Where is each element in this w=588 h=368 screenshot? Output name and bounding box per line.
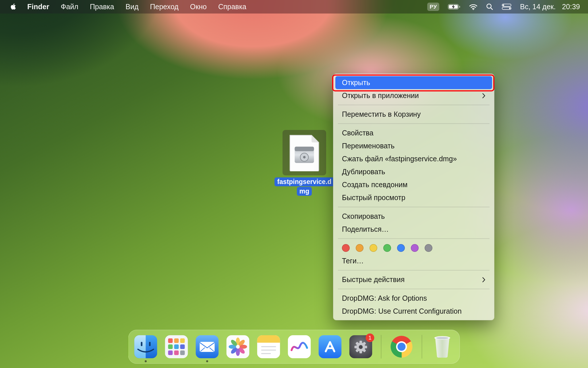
menu-item-duplicate[interactable]: Дублировать <box>333 165 494 178</box>
file-name-line-2: mg <box>297 187 312 196</box>
app-store-icon <box>319 335 342 358</box>
menu-bar-left: Finder Файл Правка Вид Переход Окно Спра… <box>0 3 246 11</box>
file-selection-highlight <box>283 130 326 175</box>
dock-item-photos[interactable] <box>227 335 249 358</box>
menu-bar: Finder Файл Правка Вид Переход Окно Спра… <box>0 0 588 14</box>
chevron-right-icon <box>482 93 486 99</box>
context-menu: Открыть Открыть в приложении Переместить… <box>333 74 494 320</box>
menu-item-open-with[interactable]: Открыть в приложении <box>333 89 494 102</box>
notification-badge: 1 <box>366 334 374 342</box>
dock-item-notes[interactable] <box>257 335 280 358</box>
menu-item-move-to-trash[interactable]: Переместить в Корзину <box>333 108 494 121</box>
dock-item-launchpad[interactable] <box>165 335 188 358</box>
dock-item-trash[interactable] <box>431 335 454 358</box>
launchpad-icon <box>165 335 188 358</box>
menu-separator <box>338 207 490 207</box>
menu-help[interactable]: Справка <box>218 3 246 11</box>
menu-item-open[interactable]: Открыть <box>335 76 492 89</box>
menu-item-make-alias[interactable]: Создать псевдоним <box>333 178 494 191</box>
trash-icon <box>433 335 452 358</box>
dock-item-system-settings[interactable]: 1 <box>349 335 372 358</box>
running-indicator <box>206 360 208 362</box>
menu-bar-clock[interactable]: Вс, 14 дек. 20:39 <box>520 3 580 11</box>
spotlight-search[interactable] <box>486 3 493 10</box>
menu-app-name[interactable]: Finder <box>27 3 49 11</box>
dock-item-app-store[interactable] <box>319 335 342 358</box>
dock-item-mail[interactable] <box>196 335 219 358</box>
menu-item-quick-look[interactable]: Быстрый просмотр <box>333 191 494 204</box>
file-name-line-1: fastpingservice.d <box>274 177 334 186</box>
tag-yellow[interactable] <box>370 244 377 252</box>
tag-dots-row <box>333 241 494 254</box>
menu-item-tags[interactable]: Теги… <box>333 254 494 267</box>
menu-separator <box>338 289 490 289</box>
menu-separator <box>338 270 490 271</box>
menu-separator <box>338 238 490 239</box>
tag-blue[interactable] <box>397 244 405 252</box>
menu-go[interactable]: Переход <box>150 3 179 11</box>
wifi-status[interactable] <box>469 4 477 10</box>
menu-item-compress[interactable]: Сжать файл «fastpingservice.dmg» <box>333 152 494 165</box>
input-source-indicator[interactable]: РУ <box>427 3 439 11</box>
dock-item-finder[interactable] <box>134 335 157 358</box>
dock-separator <box>422 335 422 359</box>
clock-time: 20:39 <box>562 3 580 11</box>
apple-menu[interactable] <box>10 3 16 10</box>
menu-item-quick-actions-label: Быстрые действия <box>342 275 405 284</box>
menu-window[interactable]: Окно <box>190 3 207 11</box>
mail-icon <box>196 335 219 358</box>
dock-item-chrome[interactable] <box>390 335 413 358</box>
running-indicator <box>145 360 147 362</box>
tag-orange[interactable] <box>356 244 363 252</box>
photos-icon <box>227 335 249 358</box>
chevron-right-icon <box>482 277 486 283</box>
menu-separator <box>338 123 490 124</box>
notes-icon <box>257 335 280 358</box>
wifi-icon <box>469 4 477 10</box>
menu-item-quick-actions[interactable]: Быстрые действия <box>333 273 494 286</box>
menu-view[interactable]: Вид <box>125 3 138 11</box>
menu-edit[interactable]: Правка <box>90 3 114 11</box>
menu-separator <box>338 105 490 105</box>
battery-status[interactable] <box>448 4 461 9</box>
menu-file[interactable]: Файл <box>61 3 78 11</box>
search-icon <box>486 3 493 10</box>
tag-gray[interactable] <box>425 244 432 252</box>
clock-date: Вс, 14 дек. <box>520 3 556 11</box>
dmg-file-icon <box>287 134 321 171</box>
dock-separator <box>381 335 382 359</box>
tag-purple[interactable] <box>411 244 419 252</box>
menu-item-dropdmg-ask[interactable]: DropDMG: Ask for Options <box>333 292 494 305</box>
finder-icon <box>134 335 157 358</box>
menu-item-open-with-label: Открыть в приложении <box>342 91 419 100</box>
menu-item-get-info[interactable]: Свойства <box>333 126 494 139</box>
freeform-icon <box>288 335 311 358</box>
menu-item-copy[interactable]: Скопировать <box>333 210 494 223</box>
menu-bar-right: РУ <box>427 3 588 11</box>
dock-item-freeform[interactable] <box>288 335 311 358</box>
control-center[interactable] <box>502 4 511 10</box>
tag-green[interactable] <box>383 244 391 252</box>
control-center-icon <box>502 4 511 10</box>
menu-item-rename[interactable]: Переименовать <box>333 139 494 152</box>
dock: 1 <box>128 330 460 364</box>
menu-item-dropdmg-current[interactable]: DropDMG: Use Current Configuration <box>333 305 494 318</box>
menu-item-share[interactable]: Поделиться… <box>333 223 494 236</box>
apple-logo-icon <box>10 3 16 10</box>
battery-charging-icon <box>448 4 461 9</box>
chrome-icon <box>391 336 413 358</box>
tag-red[interactable] <box>342 244 350 252</box>
